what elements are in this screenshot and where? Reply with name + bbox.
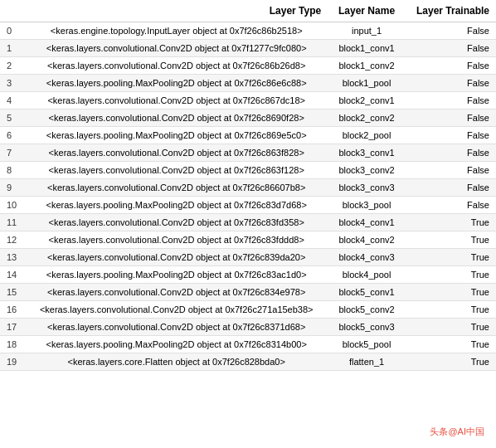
layer-name-cell: block3_pool bbox=[329, 197, 404, 214]
row-index: 6 bbox=[0, 127, 23, 144]
layer-type-cell: <keras.layers.pooling.MaxPooling2D objec… bbox=[23, 336, 329, 353]
layer-trainable-cell: False bbox=[404, 75, 496, 92]
layer-name-cell: input_1 bbox=[329, 22, 404, 40]
table-row: 18<keras.layers.pooling.MaxPooling2D obj… bbox=[0, 336, 496, 353]
layer-type-cell: <keras.layers.core.Flatten object at 0x7… bbox=[23, 353, 329, 371]
layers-table: Layer Type Layer Name Layer Trainable 0<… bbox=[0, 0, 496, 371]
row-index: 2 bbox=[0, 57, 23, 75]
row-index: 11 bbox=[0, 214, 23, 231]
layer-name-cell: block1_conv2 bbox=[329, 57, 404, 75]
layer-name-cell: block3_conv1 bbox=[329, 144, 404, 162]
layer-trainable-cell: True bbox=[404, 214, 496, 231]
row-index: 12 bbox=[0, 231, 23, 249]
layer-name-cell: block2_conv2 bbox=[329, 110, 404, 127]
layer-name-cell: block5_conv1 bbox=[329, 284, 404, 301]
table-row: 19<keras.layers.core.Flatten object at 0… bbox=[0, 353, 496, 371]
layer-trainable-cell: False bbox=[404, 127, 496, 144]
layer-trainable-cell: True bbox=[404, 249, 496, 266]
layer-trainable-cell: False bbox=[404, 197, 496, 214]
row-index: 10 bbox=[0, 197, 23, 214]
table-row: 11<keras.layers.convolutional.Conv2D obj… bbox=[0, 214, 496, 231]
row-index: 3 bbox=[0, 75, 23, 92]
table-row: 0<keras.engine.topology.InputLayer objec… bbox=[0, 22, 496, 40]
layer-name-cell: block4_conv3 bbox=[329, 249, 404, 266]
table-row: 4<keras.layers.convolutional.Conv2D obje… bbox=[0, 92, 496, 110]
layer-type-cell: <keras.layers.pooling.MaxPooling2D objec… bbox=[23, 266, 329, 284]
layer-type-cell: <keras.layers.pooling.MaxPooling2D objec… bbox=[23, 127, 329, 144]
row-index: 17 bbox=[0, 319, 23, 336]
layer-type-cell: <keras.layers.convolutional.Conv2D objec… bbox=[23, 301, 329, 319]
layer-trainable-cell: True bbox=[404, 319, 496, 336]
layer-name-cell: block4_conv1 bbox=[329, 214, 404, 231]
table-row: 9<keras.layers.convolutional.Conv2D obje… bbox=[0, 179, 496, 197]
table-row: 13<keras.layers.convolutional.Conv2D obj… bbox=[0, 249, 496, 266]
layer-type-cell: <keras.layers.convolutional.Conv2D objec… bbox=[23, 110, 329, 127]
row-index: 0 bbox=[0, 22, 23, 40]
table-row: 14<keras.layers.pooling.MaxPooling2D obj… bbox=[0, 266, 496, 284]
layer-type-cell: <keras.layers.pooling.MaxPooling2D objec… bbox=[23, 75, 329, 92]
layer-type-cell: <keras.layers.convolutional.Conv2D objec… bbox=[23, 162, 329, 179]
table-row: 17<keras.layers.convolutional.Conv2D obj… bbox=[0, 319, 496, 336]
layer-type-cell: <keras.layers.convolutional.Conv2D objec… bbox=[23, 57, 329, 75]
layer-name-cell: block5_conv3 bbox=[329, 319, 404, 336]
layer-type-cell: <keras.layers.convolutional.Conv2D objec… bbox=[23, 144, 329, 162]
layer-trainable-cell: False bbox=[404, 40, 496, 57]
layer-trainable-cell: False bbox=[404, 162, 496, 179]
layer-trainable-cell: False bbox=[404, 57, 496, 75]
layer-name-cell: flatten_1 bbox=[329, 353, 404, 371]
table-row: 1<keras.layers.convolutional.Conv2D obje… bbox=[0, 40, 496, 57]
row-index: 16 bbox=[0, 301, 23, 319]
layer-trainable-cell: True bbox=[404, 301, 496, 319]
layer-trainable-cell: True bbox=[404, 231, 496, 249]
table-row: 3<keras.layers.pooling.MaxPooling2D obje… bbox=[0, 75, 496, 92]
layer-name-cell: block3_conv3 bbox=[329, 179, 404, 197]
layer-trainable-cell: False bbox=[404, 144, 496, 162]
table-row: 7<keras.layers.convolutional.Conv2D obje… bbox=[0, 144, 496, 162]
row-index: 14 bbox=[0, 266, 23, 284]
row-index: 15 bbox=[0, 284, 23, 301]
row-index: 5 bbox=[0, 110, 23, 127]
layer-type-cell: <keras.layers.pooling.MaxPooling2D objec… bbox=[23, 197, 329, 214]
layer-type-cell: <keras.layers.convolutional.Conv2D objec… bbox=[23, 179, 329, 197]
layer-trainable-cell: False bbox=[404, 92, 496, 110]
layer-type-cell: <keras.layers.convolutional.Conv2D objec… bbox=[23, 40, 329, 57]
layer-type-cell: <keras.layers.convolutional.Conv2D objec… bbox=[23, 92, 329, 110]
layer-trainable-cell: True bbox=[404, 336, 496, 353]
row-index: 1 bbox=[0, 40, 23, 57]
layer-name-cell: block4_conv2 bbox=[329, 231, 404, 249]
row-index: 13 bbox=[0, 249, 23, 266]
layer-name-cell: block4_pool bbox=[329, 266, 404, 284]
row-index: 9 bbox=[0, 179, 23, 197]
layer-type-cell: <keras.layers.convolutional.Conv2D objec… bbox=[23, 214, 329, 231]
row-index: 18 bbox=[0, 336, 23, 353]
table-row: 12<keras.layers.convolutional.Conv2D obj… bbox=[0, 231, 496, 249]
index-header bbox=[0, 0, 23, 22]
layer-name-cell: block5_pool bbox=[329, 336, 404, 353]
row-index: 19 bbox=[0, 353, 23, 371]
layer-type-header: Layer Type bbox=[23, 0, 329, 22]
table-row: 5<keras.layers.convolutional.Conv2D obje… bbox=[0, 110, 496, 127]
layer-trainable-cell: True bbox=[404, 353, 496, 371]
layer-trainable-cell: True bbox=[404, 284, 496, 301]
layer-trainable-header: Layer Trainable bbox=[404, 0, 496, 22]
row-index: 7 bbox=[0, 144, 23, 162]
row-index: 8 bbox=[0, 162, 23, 179]
layer-type-cell: <keras.layers.convolutional.Conv2D objec… bbox=[23, 284, 329, 301]
table-row: 15<keras.layers.convolutional.Conv2D obj… bbox=[0, 284, 496, 301]
layer-name-cell: block2_conv1 bbox=[329, 92, 404, 110]
layer-type-cell: <keras.layers.convolutional.Conv2D objec… bbox=[23, 249, 329, 266]
table-row: 8<keras.layers.convolutional.Conv2D obje… bbox=[0, 162, 496, 179]
layer-name-cell: block1_pool bbox=[329, 75, 404, 92]
layer-trainable-cell: True bbox=[404, 266, 496, 284]
table-row: 16<keras.layers.convolutional.Conv2D obj… bbox=[0, 301, 496, 319]
row-index: 4 bbox=[0, 92, 23, 110]
layer-trainable-cell: False bbox=[404, 179, 496, 197]
layer-name-header: Layer Name bbox=[329, 0, 404, 22]
layer-name-cell: block3_conv2 bbox=[329, 162, 404, 179]
layer-name-cell: block5_conv2 bbox=[329, 301, 404, 319]
layer-name-cell: block2_pool bbox=[329, 127, 404, 144]
layer-trainable-cell: False bbox=[404, 110, 496, 127]
table-row: 2<keras.layers.convolutional.Conv2D obje… bbox=[0, 57, 496, 75]
layer-trainable-cell: False bbox=[404, 22, 496, 40]
layer-type-cell: <keras.engine.topology.InputLayer object… bbox=[23, 22, 329, 40]
